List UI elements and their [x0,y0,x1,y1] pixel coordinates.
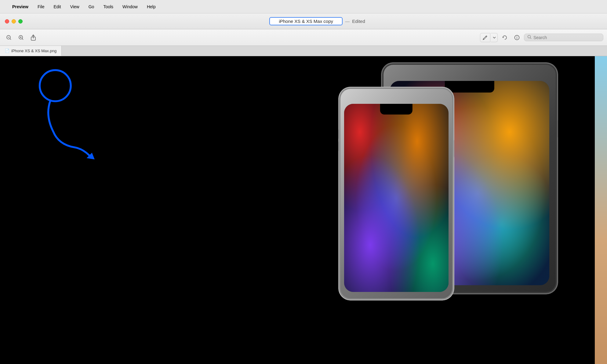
tab-iphone-xs[interactable]: 📄 iPhone XS & XS Max.png [0,46,62,56]
menu-preview[interactable]: Preview [10,4,30,10]
tab-bar: 📄 iPhone XS & XS Max.png [0,46,607,56]
svg-line-2 [10,38,11,40]
markup-group [480,33,498,42]
phone-xs-volume-down [338,142,339,151]
chevron-down-icon [493,37,496,38]
phone-xs-volume-up [338,129,339,139]
menu-help[interactable]: Help [145,4,158,10]
minimize-button[interactable] [12,19,16,24]
phone-xs-power-button [454,140,454,157]
tab-label: iPhone XS & XS Max.png [11,49,56,53]
traffic-lights-group [0,19,27,24]
iphone-xs [338,87,454,300]
svg-point-10 [517,36,517,37]
menu-window[interactable]: Window [121,4,140,10]
zoom-out-icon [6,35,12,40]
menu-file[interactable]: File [36,4,46,10]
phone-xs-body [338,87,454,300]
phone-xs-wallpaper [344,104,449,292]
menu-tools[interactable]: Tools [101,4,115,10]
zoom-out-button[interactable] [4,33,14,42]
zoom-in-button[interactable] [16,33,26,42]
rotate-icon [502,35,508,41]
svg-line-6 [22,38,23,40]
toolbar [0,29,607,46]
menu-view[interactable]: View [68,4,81,10]
share-icon [31,35,36,41]
tab-file-icon: 📄 [5,49,9,53]
phone-xs-max-power-button [558,120,558,137]
menu-go[interactable]: Go [87,4,96,10]
markup-pencil-button[interactable] [480,33,490,42]
phone-xs-screen [344,104,449,292]
edited-label: Edited [352,19,365,24]
spotlight-button[interactable] [512,33,522,42]
window-title-input[interactable] [269,17,343,25]
close-button[interactable] [5,19,9,24]
search-input[interactable] [533,35,600,40]
svg-point-12 [528,35,531,38]
menu-bar: Preview File Edit View Go Tools Window H… [0,0,607,13]
search-field[interactable] [524,34,603,41]
maximize-button[interactable] [18,19,23,24]
title-separator: — [345,19,350,24]
wallpaper-edge [595,56,607,364]
title-center: — Edited [27,17,607,25]
preview-window: — Edited [0,13,607,364]
rotate-button[interactable] [500,33,510,42]
image-canvas [0,56,607,364]
zoom-in-icon [18,35,24,40]
svg-line-13 [530,38,532,39]
pencil-icon [483,35,488,40]
phone-xs-side-buttons [338,129,339,151]
title-bar: — Edited [0,13,607,29]
phone-xs-frame [338,87,454,300]
share-button[interactable] [28,33,38,42]
markup-dropdown-button[interactable] [491,33,498,42]
content-area [0,56,607,364]
search-icon [527,35,532,40]
menu-edit[interactable]: Edit [52,4,63,10]
info-icon [514,35,520,40]
phone-xs-notch [380,104,413,115]
